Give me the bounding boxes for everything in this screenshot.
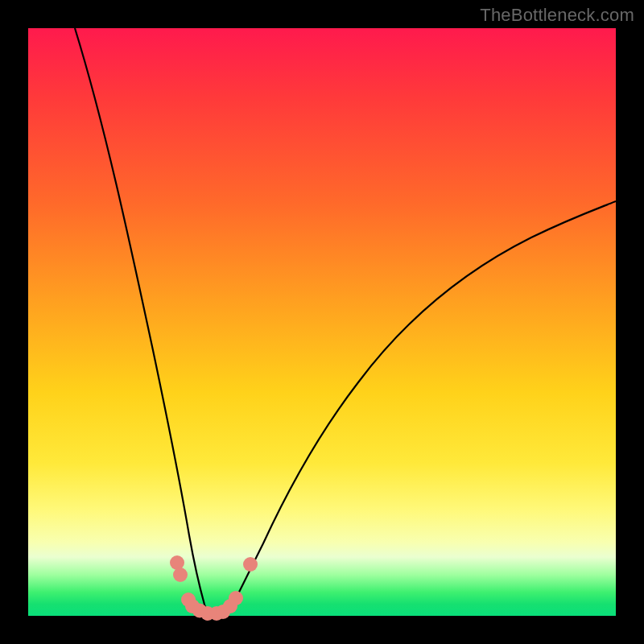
watermark-text: TheBottleneck.com [480,5,634,26]
plot-area [28,28,616,616]
svg-point-9 [229,591,243,605]
svg-point-1 [173,568,188,582]
left-curve [75,28,213,615]
curve-layer [28,28,616,616]
salmon-dots [170,555,258,621]
chart-frame: TheBottleneck.com [0,0,644,644]
svg-point-10 [243,557,258,572]
right-curve [227,201,616,615]
